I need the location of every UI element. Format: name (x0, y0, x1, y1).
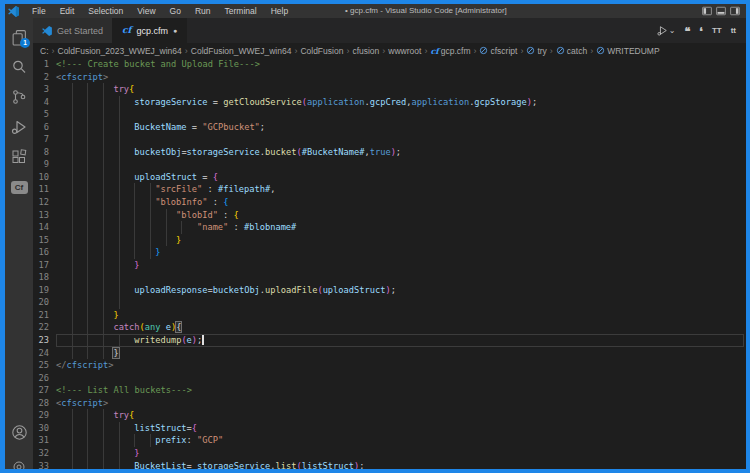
run-debug-icon[interactable] (5, 112, 33, 142)
menu-run[interactable]: Run (188, 4, 218, 18)
breadcrumb-item[interactable]: ColdFusion_WWEJ_win64 (191, 46, 292, 56)
line-number[interactable]: 1 (33, 58, 56, 71)
layout-sidebar-left-icon[interactable] (702, 6, 712, 16)
menu-selection[interactable]: Selection (81, 4, 130, 18)
code-line[interactable]: 9 (33, 158, 746, 171)
explorer-icon[interactable]: 1 (5, 22, 33, 52)
line-number[interactable]: 31 (33, 434, 56, 447)
line-number[interactable]: 13 (33, 209, 56, 222)
line-number[interactable]: 33 (33, 460, 56, 470)
line-number[interactable]: 8 (33, 146, 56, 159)
code-line[interactable]: 17} (33, 259, 746, 272)
breadcrumb-item[interactable]: WRITEDUMP (596, 46, 659, 56)
breadcrumb-item[interactable]: C: (40, 46, 49, 56)
code-line[interactable]: 21} (33, 309, 746, 322)
menu-edit[interactable]: Edit (53, 4, 82, 18)
source-control-icon[interactable] (5, 82, 33, 112)
code-line[interactable]: 18 (33, 271, 746, 284)
layout-panel-icon[interactable] (716, 6, 726, 16)
code-line[interactable]: 31prefix: "GCP" (33, 434, 746, 447)
line-number[interactable]: 32 (33, 447, 56, 460)
code-line[interactable]: 27<!--- List All buckets---> (33, 384, 746, 397)
code-line[interactable]: 12"blobInfo" : { (33, 196, 746, 209)
code-line[interactable]: 2<cfscript> (33, 71, 746, 84)
line-number[interactable]: 26 (33, 372, 56, 385)
code-line[interactable]: 20 (33, 296, 746, 309)
breadcrumb-item[interactable]: catch (556, 46, 587, 56)
line-number[interactable]: 7 (33, 133, 56, 146)
line-number[interactable]: 24 (33, 347, 56, 360)
code-editor[interactable]: 1<!--- Create bucket and Upload File--->… (33, 58, 746, 469)
extensions-icon[interactable] (5, 142, 33, 172)
line-number[interactable]: 25 (33, 359, 56, 372)
code-line[interactable]: 13"blobId" : { (33, 209, 746, 222)
code-line[interactable]: 19uploadResponse=bucketObj.uploadFile(up… (33, 284, 746, 297)
code-line[interactable]: 7 (33, 133, 746, 146)
code-line[interactable]: 30listStruct={ (33, 422, 746, 435)
code-line[interactable]: 3try{ (33, 83, 746, 96)
code-line[interactable]: 10uploadStruct = { (33, 171, 746, 184)
code-line[interactable]: 23writedump(e); (33, 334, 746, 347)
breadcrumb-item[interactable]: wwwroot (388, 46, 421, 56)
line-number[interactable]: 20 (33, 296, 56, 309)
settings-gear-icon[interactable] (5, 447, 33, 469)
breadcrumb-item[interactable]: try (526, 46, 546, 56)
line-number[interactable]: 17 (33, 259, 56, 272)
code-line[interactable]: 33BucketList= storageService.list(listSt… (33, 460, 746, 470)
line-number[interactable]: 9 (33, 158, 56, 171)
code-line[interactable]: 11"srcFile" : #filepath#, (33, 183, 746, 196)
menu-go[interactable]: Go (163, 4, 188, 18)
line-number[interactable]: 11 (33, 183, 56, 196)
code-line[interactable]: 25</cfscript> (33, 359, 746, 372)
code-line[interactable]: 14"name" : #blobname# (33, 221, 746, 234)
uppercase-button[interactable]: TT (712, 26, 722, 35)
layout-sidebar-right-icon[interactable] (730, 6, 740, 16)
double-quote-button[interactable]: ❝ (684, 27, 690, 35)
menu-file[interactable]: File (25, 4, 53, 18)
single-quote-button[interactable]: ❛ (699, 27, 703, 35)
code-line[interactable]: 24} (33, 347, 746, 360)
line-number[interactable]: 5 (33, 108, 56, 121)
line-number[interactable]: 14 (33, 221, 56, 234)
code-line[interactable]: 32} (33, 447, 746, 460)
tab-gcp-cfm[interactable]: cf gcp.cfm ● (113, 18, 187, 43)
coldfusion-extension-icon[interactable]: Cf (5, 172, 33, 202)
code-line[interactable]: 1<!--- Create bucket and Upload File---> (33, 58, 746, 71)
code-line[interactable]: 26 (33, 372, 746, 385)
breadcrumb-item[interactable]: cfusion (352, 46, 379, 56)
line-number[interactable]: 22 (33, 321, 56, 334)
breadcrumb-item[interactable]: ColdFusion_2023_WWEJ_win64 (58, 46, 182, 56)
line-number[interactable]: 16 (33, 246, 56, 259)
menu-terminal[interactable]: Terminal (218, 4, 264, 18)
line-number[interactable]: 3 (33, 83, 56, 96)
account-icon[interactable] (5, 417, 33, 447)
code-line[interactable]: 4storageService = getCloudService(applic… (33, 96, 746, 109)
line-number[interactable]: 10 (33, 171, 56, 184)
code-line[interactable]: 28<cfscript> (33, 397, 746, 410)
line-number[interactable]: 29 (33, 409, 56, 422)
line-number[interactable]: 28 (33, 397, 56, 410)
breadcrumb-item[interactable]: cfscript (479, 46, 517, 56)
breadcrumb-item[interactable]: cfgcp.cfm (430, 46, 470, 56)
code-line[interactable]: 5 (33, 108, 746, 121)
breadcrumb-item[interactable]: ColdFusion (300, 46, 343, 56)
menu-view[interactable]: View (130, 4, 162, 18)
line-number[interactable]: 30 (33, 422, 56, 435)
line-number[interactable]: 2 (33, 71, 56, 84)
lowercase-button[interactable]: tt (731, 26, 736, 35)
line-number[interactable]: 4 (33, 96, 56, 109)
menu-help[interactable]: Help (264, 4, 295, 18)
line-number[interactable]: 15 (33, 234, 56, 247)
code-line[interactable]: 16} (33, 246, 746, 259)
line-number[interactable]: 12 (33, 196, 56, 209)
code-line[interactable]: 6BucketName = "GCPbucket"; (33, 121, 746, 134)
search-icon[interactable] (5, 52, 33, 82)
line-number[interactable]: 21 (33, 309, 56, 322)
code-line[interactable]: 29try{ (33, 409, 746, 422)
line-number[interactable]: 27 (33, 384, 56, 397)
line-number[interactable]: 23 (33, 334, 56, 347)
line-number[interactable]: 19 (33, 284, 56, 297)
line-number[interactable]: 18 (33, 271, 56, 284)
code-line[interactable]: 15} (33, 234, 746, 247)
code-line[interactable]: 8bucketObj=storageService.bucket(#Bucket… (33, 146, 746, 159)
